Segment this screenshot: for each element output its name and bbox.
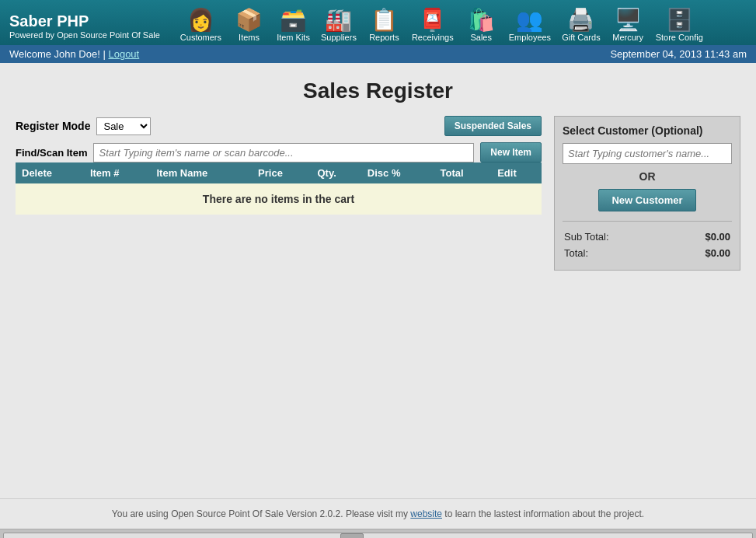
register-mode-select[interactable]: Sale Return xyxy=(96,117,151,135)
col-total: Total xyxy=(434,162,492,183)
new-customer-button[interactable]: New Customer xyxy=(598,189,695,211)
header: Saber PHP Powered by Open Source Point O… xyxy=(0,0,756,45)
nav-customers[interactable]: 👩 Customers xyxy=(176,6,226,45)
cart-table-body: There are no items in the cart xyxy=(16,183,542,215)
items-icon: 📦 xyxy=(235,9,263,31)
nav-sales[interactable]: 🛍️ Sales xyxy=(460,6,503,45)
nav-receivings[interactable]: 📮 Receivings xyxy=(407,6,458,45)
col-qty: Qty. xyxy=(311,162,361,183)
nav-customers-label: Customers xyxy=(180,33,221,42)
register-mode-row: Register Mode Sale Return Suspended Sale… xyxy=(16,116,542,136)
suspended-sales-button[interactable]: Suspended Sales xyxy=(444,116,542,136)
total-label: Total: xyxy=(564,246,669,260)
nav-employees[interactable]: 👥 Employees xyxy=(504,6,556,45)
nav-item-kits[interactable]: 🗃️ Item Kits xyxy=(272,6,315,45)
totals-divider xyxy=(563,221,732,222)
footer-text-after: to learn the lastest information about t… xyxy=(442,508,644,519)
nav-receivings-label: Receivings xyxy=(412,33,454,42)
gift-cards-icon: 🖨️ xyxy=(567,9,594,31)
item-kits-icon: 🗃️ xyxy=(280,9,307,31)
footer-text-before: You are using Open Source Point Of Sale … xyxy=(112,508,410,519)
nav-gift-cards[interactable]: 🖨️ Gift Cards xyxy=(557,6,605,45)
nav-suppliers-label: Suppliers xyxy=(321,33,357,42)
or-divider: OR xyxy=(563,170,732,183)
nav-mercury-label: Mercury xyxy=(612,33,643,42)
page-title: Sales Register xyxy=(16,79,740,103)
subtotal-value: $0.00 xyxy=(671,229,730,244)
find-scan-label: Find/Scan Item xyxy=(16,147,87,159)
customer-search-input[interactable] xyxy=(563,143,732,164)
nav-items-label: Items xyxy=(239,33,260,42)
welcome-bar: Welcome John Doe! | Logout September 04,… xyxy=(0,45,756,63)
nav-sales-label: Sales xyxy=(470,33,492,42)
subtotal-row: Sub Total: $0.00 xyxy=(564,229,730,244)
register-area: Register Mode Sale Return Suspended Sale… xyxy=(16,116,740,271)
nav-reports-label: Reports xyxy=(369,33,399,42)
cart-table-header: Delete Item # Item Name Price Qty. Disc … xyxy=(16,162,542,183)
nav-items[interactable]: 📦 Items xyxy=(228,6,270,45)
col-disc: Disc % xyxy=(361,162,434,183)
nav-store-config-label: Store Config xyxy=(656,33,703,42)
welcome-text: Welcome John Doe! | Logout xyxy=(9,48,139,60)
reports-icon: 📋 xyxy=(371,9,398,31)
col-item-num: Item # xyxy=(84,162,151,183)
total-row: Total: $0.00 xyxy=(564,246,730,260)
nav-store-config[interactable]: 🗄️ Store Config xyxy=(651,6,708,45)
brand: Saber PHP Powered by Open Source Point O… xyxy=(9,12,160,40)
suppliers-icon: 🏭 xyxy=(325,9,352,31)
nav-mercury[interactable]: 🖥️ Mercury xyxy=(607,6,650,45)
cart-table: Delete Item # Item Name Price Qty. Disc … xyxy=(16,162,542,215)
customer-panel: Select Customer (Optional) OR New Custom… xyxy=(554,116,740,271)
total-value: $0.00 xyxy=(671,246,730,260)
sales-icon: 🛍️ xyxy=(468,9,495,31)
footer: You are using Open Source Point Of Sale … xyxy=(0,498,756,529)
find-scan-left: Find/Scan Item xyxy=(16,143,474,162)
brand-subtitle: Powered by Open Source Point Of Sale xyxy=(9,30,160,40)
brand-title: Saber PHP xyxy=(9,12,160,30)
logout-link[interactable]: Logout xyxy=(108,48,139,60)
datetime-display: September 04, 2013 11:43 am xyxy=(610,48,747,60)
col-edit: Edit xyxy=(491,162,542,183)
scrollbar-track[interactable] xyxy=(3,533,753,539)
nav-employees-label: Employees xyxy=(509,33,551,42)
customers-icon: 👩 xyxy=(187,9,214,31)
find-scan-input[interactable] xyxy=(93,143,474,162)
new-item-button[interactable]: New Item xyxy=(480,142,542,162)
nav-gift-cards-label: Gift Cards xyxy=(562,33,601,42)
receivings-icon: 📮 xyxy=(419,9,446,31)
col-price: Price xyxy=(252,162,311,183)
find-scan-row: Find/Scan Item New Item xyxy=(16,142,542,162)
nav-bar: 👩 Customers 📦 Items 🗃️ Item Kits 🏭 Suppl… xyxy=(176,6,708,45)
footer-website-link[interactable]: website xyxy=(410,508,442,519)
register-mode-label: Register Mode xyxy=(16,120,90,132)
mercury-icon: 🖥️ xyxy=(615,9,642,31)
cart-empty-message: There are no items in the cart xyxy=(16,183,542,215)
col-delete: Delete xyxy=(16,162,84,183)
employees-icon: 👥 xyxy=(516,9,543,31)
scrollbar-thumb[interactable] xyxy=(340,533,364,539)
subtotal-label: Sub Total: xyxy=(564,229,669,244)
nav-item-kits-label: Item Kits xyxy=(277,33,310,42)
nav-reports[interactable]: 📋 Reports xyxy=(363,6,406,45)
store-config-icon: 🗄️ xyxy=(666,9,693,31)
main-content: Sales Register Register Mode Sale Return… xyxy=(0,63,756,498)
register-mode-left: Register Mode Sale Return xyxy=(16,117,151,135)
scrollbar-area xyxy=(0,529,756,538)
cart-empty-row: There are no items in the cart xyxy=(16,183,542,215)
nav-suppliers[interactable]: 🏭 Suppliers xyxy=(316,6,361,45)
totals-table: Sub Total: $0.00 Total: $0.00 xyxy=(563,228,732,262)
left-panel: Register Mode Sale Return Suspended Sale… xyxy=(16,116,542,215)
select-customer-title: Select Customer (Optional) xyxy=(563,124,732,137)
col-item-name: Item Name xyxy=(150,162,252,183)
